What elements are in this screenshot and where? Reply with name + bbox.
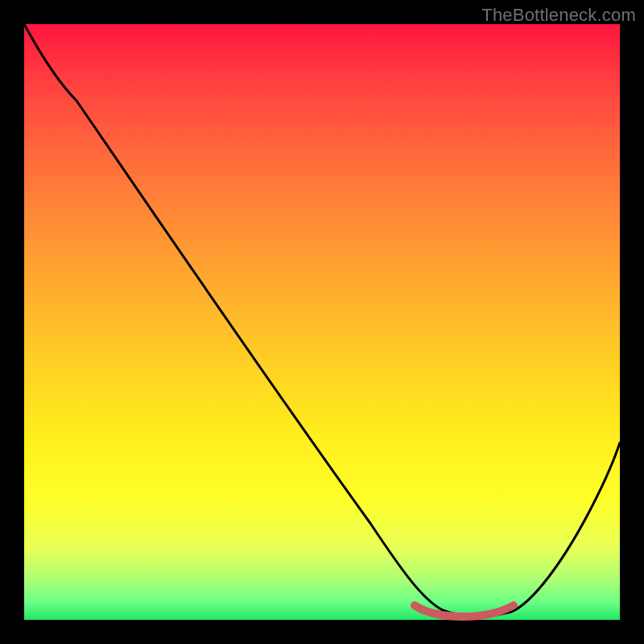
curve-layer xyxy=(24,24,620,620)
chart-container: TheBottleneck.com xyxy=(0,0,644,644)
attribution-text: TheBottleneck.com xyxy=(481,5,636,26)
optimal-flat-segment xyxy=(415,605,514,617)
bottleneck-curve xyxy=(24,24,620,617)
